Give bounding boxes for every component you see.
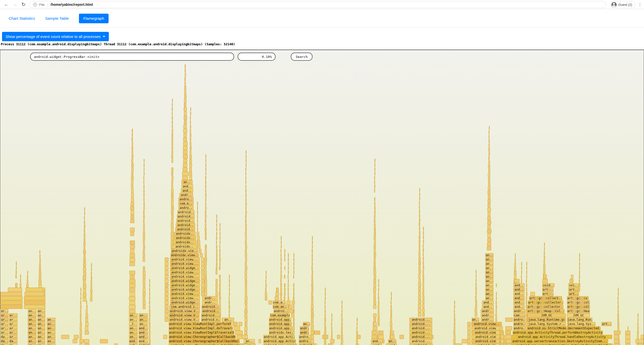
flame-cell-unlabeled[interactable] [501, 335, 504, 339]
flame-cell[interactable]: android.view.. [471, 322, 502, 326]
flame-cell-unlabeled[interactable] [495, 313, 497, 317]
flame-cell[interactable]: com.an.. [273, 305, 287, 309]
flame-cell-unlabeled[interactable] [39, 250, 40, 254]
flame-cell-unlabeled[interactable] [341, 326, 343, 330]
flame-cell[interactable]: andr.. [202, 300, 218, 305]
flame-cell-unlabeled[interactable] [205, 219, 206, 223]
flame-cell-unlabeled[interactable] [234, 326, 240, 330]
flame-cell-unlabeled[interactable] [489, 135, 489, 139]
flame-cell-unlabeled[interactable] [132, 129, 133, 133]
flame-cell-unlabeled[interactable] [625, 343, 630, 345]
flame-cell-unlabeled[interactable] [245, 236, 247, 240]
flame-cell-unlabeled[interactable] [245, 210, 247, 214]
flame-cell-unlabeled[interactable] [205, 193, 206, 197]
flame-cell-unlabeled[interactable] [530, 292, 535, 296]
flame-cell-unlabeled[interactable] [496, 331, 500, 335]
flame-cell-unlabeled[interactable] [526, 279, 527, 283]
flame-cell-unlabeled[interactable] [190, 124, 191, 128]
flame-cell[interactable]: an.. [129, 335, 138, 339]
flame-cell-unlabeled[interactable] [205, 206, 206, 210]
flame-cell-unlabeled[interactable] [205, 275, 207, 279]
flame-cell-unlabeled[interactable] [391, 300, 391, 305]
flame-cell[interactable]: an.. [28, 322, 36, 326]
flame-cell-unlabeled[interactable] [488, 173, 490, 177]
flame-cell-unlabeled[interactable] [423, 227, 424, 231]
flame-cell[interactable]: an.. [37, 313, 45, 317]
flame-cell-unlabeled[interactable] [216, 262, 217, 266]
flame-cell[interactable]: android.. [176, 219, 195, 223]
flame-cell-unlabeled[interactable] [293, 309, 295, 313]
flame-cell[interactable]: android.view... [170, 292, 200, 296]
flame-cell-unlabeled[interactable] [172, 116, 173, 120]
flame-cell-unlabeled[interactable] [165, 275, 169, 279]
flame-cell-unlabeled[interactable] [190, 133, 191, 137]
flame-cell-unlabeled[interactable] [8, 288, 22, 292]
flame-cell-unlabeled[interactable] [80, 318, 81, 322]
flame-cell-unlabeled[interactable] [526, 283, 527, 287]
flame-cell-unlabeled[interactable] [205, 283, 207, 287]
flame-cell-unlabeled[interactable] [205, 253, 207, 257]
flame-cell-unlabeled[interactable] [143, 228, 145, 232]
flame-cell-unlabeled[interactable] [205, 210, 206, 214]
flame-cell-unlabeled[interactable] [311, 318, 314, 322]
flame-cell-unlabeled[interactable] [293, 296, 294, 300]
flame-cell[interactable]: androi [139, 343, 149, 345]
flame-cell-unlabeled[interactable] [467, 322, 471, 326]
flame-cell-unlabeled[interactable] [419, 261, 421, 265]
flame-cell-unlabeled[interactable] [205, 180, 206, 184]
flame-cell-unlabeled[interactable] [190, 155, 192, 159]
flame-cell-unlabeled[interactable] [281, 236, 282, 240]
flame-cell-unlabeled[interactable] [373, 279, 376, 283]
flame-cell-unlabeled[interactable] [205, 292, 207, 296]
flame-cell-unlabeled[interactable] [390, 318, 392, 322]
flame-cell[interactable]: da.. [9, 343, 17, 345]
flame-cell-unlabeled[interactable] [288, 275, 288, 279]
flame-cell-unlabeled[interactable] [165, 257, 169, 262]
flame-cell[interactable]: android.app.. [269, 318, 291, 322]
flame-cell-unlabeled[interactable] [496, 305, 497, 309]
flame-cell-unlabeled[interactable] [495, 318, 497, 322]
flame-cell-unlabeled[interactable] [216, 257, 217, 262]
flame-cell-unlabeled[interactable] [281, 266, 282, 270]
flame-cell[interactable]: and [371, 343, 382, 345]
flame-cell-unlabeled[interactable] [496, 296, 497, 300]
flame-cell-unlabeled[interactable] [84, 229, 85, 233]
flame-cell-unlabeled[interactable] [229, 309, 230, 313]
flame-cell[interactable]: android.widge.. [170, 279, 200, 283]
flame-cell-unlabeled[interactable] [16, 270, 17, 274]
flame-cell-unlabeled[interactable] [143, 241, 145, 245]
flame-cell-unlabeled[interactable] [130, 245, 135, 249]
flame-cell-unlabeled[interactable] [641, 335, 644, 339]
flame-cell-unlabeled[interactable] [614, 339, 618, 343]
flame-cell-unlabeled[interactable] [190, 107, 191, 111]
flame-cell-unlabeled[interactable] [90, 289, 92, 293]
flame-cell-unlabeled[interactable] [0, 292, 22, 296]
flame-cell-unlabeled[interactable] [579, 262, 580, 266]
flame-cell-unlabeled[interactable] [205, 270, 207, 274]
flame-cell[interactable]: android.. [176, 223, 195, 227]
flame-cell-unlabeled[interactable] [419, 222, 420, 226]
flame-cell-unlabeled[interactable] [419, 244, 420, 248]
flame-cell-unlabeled[interactable] [189, 172, 192, 176]
flame-cell-unlabeled[interactable] [378, 322, 380, 326]
flame-cell-unlabeled[interactable] [419, 270, 421, 274]
flame-cell-unlabeled[interactable] [543, 268, 545, 272]
flame-cell[interactable]: ar.. [9, 322, 17, 326]
flame-cell-unlabeled[interactable] [419, 265, 421, 269]
search-input[interactable] [30, 53, 234, 61]
flame-cell[interactable]: android.. [202, 305, 219, 309]
flame-cell-unlabeled[interactable] [357, 343, 359, 345]
flame-cell[interactable]: voi.. [568, 283, 579, 287]
flame-cell-unlabeled[interactable] [341, 339, 343, 343]
flame-cell-unlabeled[interactable] [487, 221, 491, 225]
flame-cell-unlabeled[interactable] [526, 305, 527, 309]
flame-cell-unlabeled[interactable] [184, 94, 186, 98]
flame-cell[interactable]: android.app.Activi.. [263, 339, 296, 343]
flame-cell-unlabeled[interactable] [489, 126, 490, 130]
flame-cell-unlabeled[interactable] [325, 309, 326, 313]
flame-cell-unlabeled[interactable] [130, 206, 134, 210]
flame-cell-unlabeled[interactable] [475, 283, 476, 287]
flame-cell[interactable]: androidx.vie.. [171, 249, 198, 253]
flame-cell[interactable]: art::gc::collect.. [529, 296, 562, 300]
flame-cell-unlabeled[interactable] [149, 322, 150, 326]
